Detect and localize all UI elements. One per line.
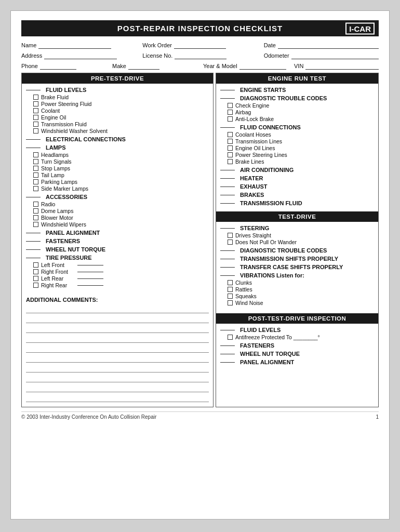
year-model-input[interactable]	[239, 62, 286, 70]
checkbox[interactable]	[33, 179, 38, 184]
make-label: Make	[112, 63, 126, 69]
checkbox[interactable]	[228, 139, 233, 144]
fluid-levels-title: FLUID LEVELS	[26, 87, 209, 93]
checkbox[interactable]	[33, 115, 38, 120]
exhaust-title: EXHAUST	[220, 183, 374, 190]
checkbox[interactable]	[228, 287, 233, 292]
left-column: PRE-TEST-DRIVE FLUID LEVELS Brake Fluid …	[21, 73, 214, 407]
checkbox[interactable]	[33, 208, 38, 214]
checkbox[interactable]	[33, 122, 38, 127]
checkbox[interactable]	[33, 159, 38, 164]
list-item: Coolant	[33, 108, 209, 114]
checkbox[interactable]	[33, 283, 38, 288]
checkbox[interactable]	[33, 222, 38, 227]
checkbox[interactable]	[33, 101, 38, 107]
page: POST-REPAIR INSPECTION CHECKLIST I-CAR N…	[10, 10, 390, 520]
list-item: Does Not Pull Or Wander	[228, 239, 374, 245]
list-item: Brake Fluid	[33, 94, 209, 100]
checkbox[interactable]	[33, 152, 38, 157]
checkbox[interactable]	[228, 233, 233, 238]
checkbox[interactable]	[228, 240, 233, 245]
date-input[interactable]	[278, 42, 379, 49]
checkbox[interactable]	[33, 202, 38, 207]
accessories-items: Radio Dome Lamps Blower Motor Windshield…	[26, 201, 209, 228]
post-test-drive-header: POST-TEST-DRIVE INSPECTION	[216, 313, 378, 324]
accessories-title: ACCESSORIES	[26, 194, 209, 200]
checkbox[interactable]	[33, 95, 38, 100]
checkbox[interactable]	[33, 128, 38, 134]
fluid-connections-title: FLUID CONNECTIONS	[220, 124, 374, 130]
fluid-connections-items: Coolant Hoses Transmission Lines Engine …	[220, 131, 374, 165]
checkbox[interactable]	[228, 294, 233, 299]
fasteners-group: FASTENERS	[26, 238, 209, 244]
odometer-field: Odometer	[264, 52, 379, 59]
fluid-levels-items: Brake Fluid Power Steering Fluid Coolant…	[26, 94, 209, 134]
vin-field: VIN	[294, 62, 379, 70]
additional-comments-label: ADDITIONAL COMMENTS:	[26, 297, 209, 303]
checkbox[interactable]	[228, 300, 233, 305]
ac-title: AIR CONDITIONING	[220, 167, 374, 173]
fluid-levels-group: FLUID LEVELS Brake Fluid Power Steering …	[26, 87, 209, 134]
address-input[interactable]	[44, 52, 117, 59]
electrical-connections-group: ELECTRICAL CONNECTIONS	[26, 136, 209, 142]
heater-title: HEATER	[220, 175, 374, 181]
checkbox[interactable]	[33, 269, 38, 274]
comment-line	[26, 394, 209, 402]
name-input[interactable]	[38, 42, 111, 49]
name-label: Name	[21, 42, 36, 48]
checkbox[interactable]	[228, 152, 233, 157]
engine-starts-title: ENGINE STARTS	[220, 87, 374, 93]
checkbox[interactable]	[33, 276, 38, 281]
license-input[interactable]	[175, 52, 226, 59]
list-item: Engine Oil Lines	[228, 145, 374, 151]
comment-line	[26, 344, 209, 353]
post-fluid-levels-title: FLUID LEVELS	[220, 327, 374, 333]
list-item: Engine Oil	[33, 114, 209, 121]
panel-alignment-group: PANEL ALIGNMENT	[26, 230, 209, 236]
panel-alignment-title: PANEL ALIGNMENT	[26, 230, 209, 236]
checkbox[interactable]	[228, 116, 233, 122]
post-fasteners-group: FASTENERS	[220, 342, 374, 349]
work-order-field: Work Order	[142, 42, 257, 49]
vibrations-title: VIBRATIONS Listen for:	[220, 272, 374, 278]
list-item: Power Steering Fluid	[33, 101, 209, 107]
checkbox[interactable]	[33, 186, 38, 191]
vin-input[interactable]	[305, 62, 379, 70]
checkbox[interactable]	[228, 145, 233, 151]
checkbox[interactable]	[33, 108, 38, 113]
checkbox[interactable]	[228, 103, 233, 108]
lamps-title: LAMPS	[26, 144, 209, 151]
date-label: Date	[264, 42, 276, 48]
pre-test-drive-body: FLUID LEVELS Brake Fluid Power Steering …	[22, 84, 213, 294]
list-item: Rattles	[228, 286, 374, 292]
checkbox[interactable]	[228, 335, 233, 340]
odometer-input[interactable]	[291, 52, 379, 59]
list-item: Turn Signals	[33, 158, 209, 165]
list-item: Transmission Fluid	[33, 121, 209, 127]
comment-line	[26, 354, 209, 363]
list-item: Windshield Washer Solvent	[33, 128, 209, 134]
test-drive-body: STEERING Drives Straight Does Not Pull O…	[216, 222, 378, 311]
phone-input[interactable]	[40, 62, 76, 70]
make-input[interactable]	[128, 62, 159, 70]
checkbox[interactable]	[33, 215, 38, 220]
address-field: Address	[21, 52, 136, 59]
checkbox[interactable]	[228, 159, 233, 164]
checkbox[interactable]	[33, 172, 38, 178]
checkbox[interactable]	[228, 110, 233, 115]
transmission-fluid-title: TRANSMISSION FLUID	[220, 200, 374, 206]
list-item: Left Front	[33, 262, 209, 268]
engine-run-test-header: ENGINE RUN TEST	[216, 73, 378, 84]
comment-line	[26, 315, 209, 323]
list-item: Side Marker Lamps	[33, 185, 209, 192]
heater-group: HEATER	[220, 175, 374, 181]
checkbox[interactable]	[228, 280, 233, 285]
work-order-input[interactable]	[174, 42, 226, 49]
address-label: Address	[21, 52, 42, 59]
checkbox[interactable]	[33, 262, 38, 268]
checkbox[interactable]	[33, 166, 38, 171]
fasteners-title: FASTENERS	[26, 238, 209, 244]
list-item: Transmission Lines	[228, 138, 374, 144]
license-field: License No.	[142, 52, 257, 59]
checkbox[interactable]	[228, 132, 233, 137]
